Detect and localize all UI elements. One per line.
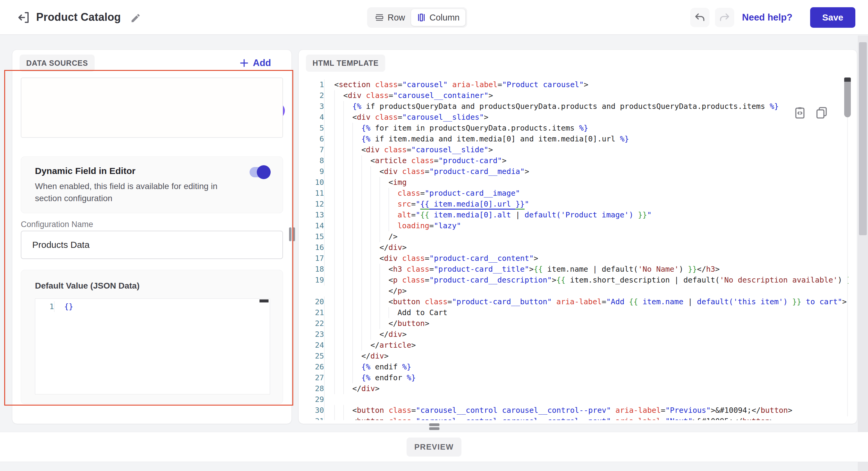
code-line: 17<div class="product-card__content"> [305,253,848,264]
editor-scrollbar-cap [844,78,851,82]
code-line: 7<div class="carousel__slide"> [305,144,848,155]
code-line: 16</div> [305,242,848,253]
editor-scrollbar-thumb[interactable] [844,79,851,117]
code-line: 13alt="{{ item.media[0].alt | default('P… [305,210,848,220]
dynamic-field-description: When enabled, this field is available fo… [35,180,234,204]
code-line: 30<button class="carousel__control carou… [305,405,848,416]
code-line: 23</div> [305,329,848,340]
code-line: 20<button class="product-card__button" a… [305,296,848,307]
dynamic-field-toggle[interactable] [250,167,270,177]
code-line: 28</div> [305,383,848,394]
configuration-name-input[interactable] [21,231,283,259]
column-layout-icon [417,13,426,22]
preview-button[interactable]: PREVIEW [407,438,461,457]
dynamic-field-card: Dynamic Field in Editor When enabled, th… [21,156,283,213]
back-icon [16,10,31,25]
edit-title-button[interactable] [130,13,141,24]
preview-resize-handle[interactable] [429,427,439,430]
html-template-title: HTML TEMPLATE [306,55,385,72]
json-editor[interactable]: 1{} [35,298,270,394]
layout-toggle: Row Column [367,7,467,28]
preview-resize-handle[interactable] [429,423,439,426]
code-line: 5{% for item in productsQueryData.produc… [305,123,848,134]
code-line: 26{% endif %} [305,361,848,373]
header: Product Catalog Row [0,0,868,35]
row-layout-icon [375,13,384,22]
page-scrollbar-thumb[interactable] [859,42,867,235]
code-line: 11class="product-card__image" [305,188,848,199]
redo-button[interactable] [715,8,734,27]
panel-resize-handle[interactable] [293,227,295,241]
code-line: 21Add to Cart [305,307,848,318]
pencil-icon [130,13,141,24]
app-root: Product Catalog Row [0,0,868,471]
toggle-column-label: Column [430,13,460,23]
html-template-panel: HTML TEMPLATE [299,50,857,424]
editor-scrollbar-track [847,79,848,416]
page-title: Product Catalog [36,11,121,24]
back-button[interactable] [16,10,31,25]
code-line: 2<div class="carousel__container"> [305,90,848,101]
code-line: 29 [305,394,848,405]
code-line: 8<article class="product-card"> [305,155,848,166]
code-line: 12src="{{ item.media[0].url }}" [305,199,848,210]
json-editor-scrollbar[interactable] [259,299,269,302]
need-help-link[interactable]: Need help? [742,12,792,23]
redo-icon [718,11,731,24]
add-label: Add [253,58,271,68]
toggle-row-label: Row [388,13,405,23]
code-line: 31<button class="carousel__control carou… [305,416,848,420]
toggle-knob [257,165,271,179]
default-value-label: Default Value (JSON Data) [35,281,140,291]
toggle-column-button[interactable]: Column [411,9,465,26]
code-line: 18<h3 class="product-card__title">{{ ite… [305,264,848,275]
undo-button[interactable] [690,8,710,27]
data-sources-title: DATA SOURCES [20,55,95,72]
html-code-editor[interactable]: 1<section class="carousel" aria-label="P… [299,78,848,420]
code-line: 4<div class="carousel__slides"> [305,112,848,123]
code-line: 24</article> [305,340,848,351]
data-sources-panel: DATA SOURCES Add Dynamic Field in Editor… [12,50,292,424]
code-line: 1<section class="carousel" aria-label="P… [305,79,848,90]
panel-resize-handle[interactable] [289,227,291,241]
code-line: 22</button> [305,318,848,329]
toggle-row-button[interactable]: Row [369,9,411,26]
code-line: 9<div class="product-card__media"> [305,166,848,177]
code-line: </p> [305,286,848,296]
plus-icon [239,58,249,68]
save-button[interactable]: Save [810,7,855,28]
code-lines: 1<section class="carousel" aria-label="P… [305,79,848,420]
code-line: 19<p class="product-card__description">{… [305,275,848,286]
code-line: 1{} [35,301,270,312]
json-editor-lines: 1{} [35,299,270,312]
code-line: 14loading="lazy" [305,220,848,231]
code-line: 6{% if item.media and item.media[0] and … [305,134,848,144]
code-line: 27{% endfor %} [305,373,848,383]
code-line: 15/> [305,231,848,242]
code-line: 25</div> [305,351,848,361]
dynamic-field-title: Dynamic Field in Editor [35,166,135,176]
undo-icon [694,11,706,24]
preview-bar: PREVIEW [0,432,868,462]
add-data-source-button[interactable]: Add [239,58,271,68]
configuration-name-label: Configuration Name [21,220,93,229]
code-line: 10<img [305,177,848,188]
data-source-empty-field[interactable] [21,78,283,138]
code-line: 3{% if productsQueryData and productsQue… [305,101,848,112]
default-value-card: Default Value (JSON Data) 1{} [21,270,283,404]
